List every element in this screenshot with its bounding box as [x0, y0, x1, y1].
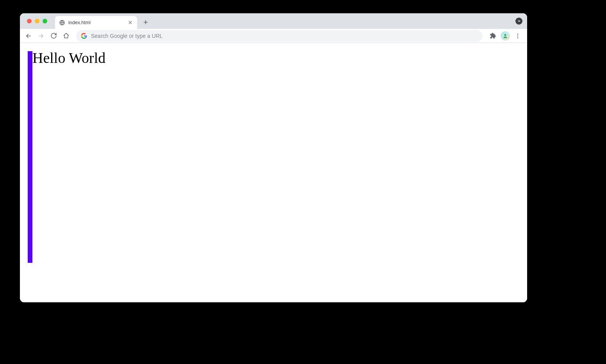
browser-tab[interactable]: index.html — [55, 16, 137, 29]
reload-button[interactable] — [48, 30, 59, 41]
tab-search-button[interactable] — [515, 18, 522, 25]
browser-toolbar — [20, 29, 527, 43]
tab-strip-right — [515, 13, 522, 29]
window-close-button[interactable] — [27, 19, 32, 23]
menu-button[interactable] — [512, 30, 523, 41]
globe-icon — [59, 20, 65, 26]
page-body: Hello World — [20, 43, 527, 302]
back-button[interactable] — [23, 30, 34, 41]
svg-point-1 — [504, 34, 506, 36]
toolbar-right — [487, 30, 524, 41]
tab-title: index.html — [68, 20, 127, 25]
google-icon — [81, 33, 87, 39]
window-minimize-button[interactable] — [35, 19, 39, 23]
page-viewport: Hello World — [20, 43, 527, 302]
tab-close-button[interactable] — [127, 20, 133, 26]
page-content-row: Hello World — [28, 51, 519, 263]
page-heading: Hello World — [32, 50, 105, 66]
extensions-button[interactable] — [487, 30, 498, 41]
tab-strip: index.html — [20, 13, 527, 29]
forward-button[interactable] — [36, 30, 46, 41]
profile-avatar[interactable] — [501, 31, 510, 41]
browser-window: index.html — [20, 13, 527, 302]
home-button[interactable] — [61, 30, 71, 41]
window-maximize-button[interactable] — [43, 19, 47, 23]
address-input[interactable] — [91, 33, 478, 39]
address-bar[interactable] — [76, 30, 483, 42]
accent-bar — [28, 51, 32, 263]
window-controls — [24, 13, 55, 29]
svg-point-3 — [517, 35, 519, 36]
new-tab-button[interactable] — [140, 17, 151, 28]
svg-point-4 — [517, 37, 519, 38]
svg-point-2 — [517, 34, 519, 35]
